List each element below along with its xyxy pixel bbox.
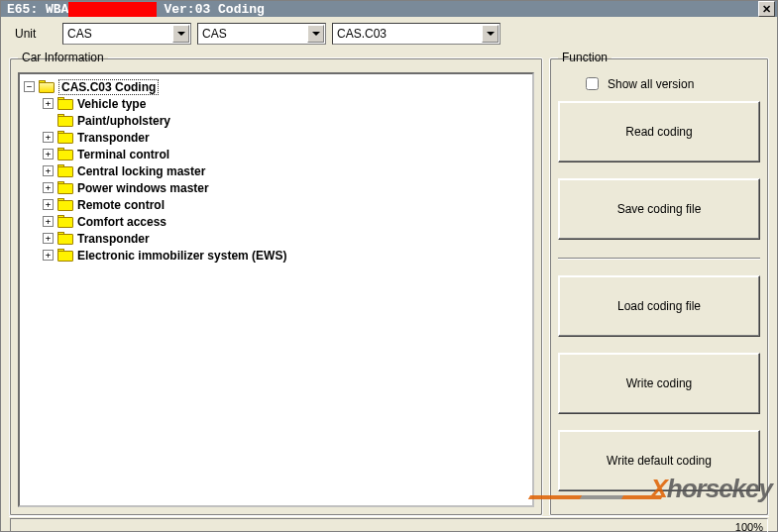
tree-root[interactable]: − CAS.C03 Coding	[24, 78, 530, 95]
folder-icon	[57, 232, 73, 245]
expand-icon[interactable]: +	[43, 233, 54, 244]
expand-icon[interactable]: +	[43, 132, 54, 143]
function-group: Function Show all version Read coding Sa…	[549, 51, 769, 516]
expand-icon[interactable]: +	[43, 98, 54, 109]
tree-item[interactable]: +Vehicle type	[43, 95, 530, 112]
save-coding-file-button[interactable]: Save coding file	[558, 178, 760, 240]
show-all-label: Show all version	[608, 77, 694, 91]
progress-cell: 100%	[10, 518, 768, 532]
button-label: Write coding	[626, 376, 692, 390]
folder-icon	[57, 198, 73, 211]
tree-item-label: Transponder	[77, 232, 150, 246]
expand-icon[interactable]: +	[43, 199, 54, 210]
tree-item-label: Electronic immobilizer system (EWS)	[77, 249, 286, 263]
tree-item[interactable]: +Central locking master	[43, 162, 530, 179]
tree-item[interactable]: +Transponder	[43, 129, 530, 146]
title-suffix: Ver:03 Coding	[157, 2, 265, 17]
collapse-icon[interactable]: −	[24, 81, 35, 92]
title-prefix: E65: WBA	[7, 2, 68, 17]
title-bar: E65: WBA█████████ Ver:03 Coding ✕	[1, 1, 777, 17]
button-label: Read coding	[625, 125, 692, 139]
expand-icon[interactable]: +	[43, 182, 54, 193]
unit-combo-3[interactable]: CAS.C03	[332, 23, 500, 45]
unit-combo-2-value: CAS	[202, 27, 227, 41]
unit-label: Unit	[9, 27, 56, 41]
tree-item-label: Vehicle type	[77, 97, 146, 111]
tree-item-label: Central locking master	[77, 164, 205, 178]
function-legend: Function	[558, 51, 611, 64]
folder-icon	[57, 131, 73, 144]
app-window: E65: WBA█████████ Ver:03 Coding ✕ Unit C…	[0, 0, 778, 532]
folder-open-icon	[39, 80, 55, 93]
tree-item[interactable]: +Power windows master	[43, 179, 530, 196]
separator	[558, 258, 760, 260]
tree-root-label: CAS.C03 Coding	[58, 79, 159, 95]
tree-item[interactable]: +Transponder	[43, 230, 530, 247]
expand-icon[interactable]: +	[43, 216, 54, 227]
tree: − CAS.C03 Coding +Vehicle typePaint/upho…	[22, 78, 530, 264]
unit-combo-1-value: CAS	[67, 27, 92, 41]
show-all-checkbox[interactable]	[586, 77, 599, 90]
tree-view[interactable]: − CAS.C03 Coding +Vehicle typePaint/upho…	[18, 72, 534, 507]
expand-icon[interactable]: +	[43, 250, 54, 261]
read-coding-button[interactable]: Read coding	[558, 101, 760, 162]
car-information-legend: Car Information	[18, 51, 108, 64]
button-label: Save coding file	[617, 202, 702, 216]
tree-item[interactable]: +Electronic immobilizer system (EWS)	[43, 247, 530, 264]
folder-icon	[57, 215, 73, 228]
chevron-down-icon	[307, 25, 324, 43]
main-row: Car Information − CAS.C03 Coding +Vehicl…	[9, 51, 769, 516]
button-label: Write default coding	[607, 454, 712, 468]
expand-icon[interactable]: +	[43, 165, 54, 176]
content-area: Unit CAS CAS CAS.C03 Car Information	[1, 17, 777, 532]
folder-icon	[57, 164, 73, 177]
window-title: E65: WBA█████████ Ver:03 Coding	[7, 2, 758, 17]
load-coding-file-button[interactable]: Load coding file	[558, 275, 760, 337]
tree-item-label: Transponder	[77, 131, 150, 145]
folder-icon	[57, 97, 73, 110]
folder-icon	[57, 181, 73, 194]
write-coding-button[interactable]: Write coding	[558, 353, 760, 414]
button-label: Load coding file	[617, 299, 701, 313]
tree-item[interactable]: +Terminal control	[43, 146, 530, 162]
progress-text: 100%	[735, 521, 763, 533]
tree-item-label: Remote control	[77, 198, 165, 212]
unit-combo-2[interactable]: CAS	[197, 23, 326, 45]
tree-item-label: Terminal control	[77, 148, 169, 161]
write-default-coding-button[interactable]: Write default coding	[558, 430, 760, 491]
title-redacted: █████████	[68, 2, 156, 17]
unit-row: Unit CAS CAS CAS.C03	[9, 23, 769, 45]
unit-combo-1[interactable]: CAS	[62, 23, 191, 45]
tree-item[interactable]: +Comfort access	[43, 213, 530, 230]
unit-combo-3-value: CAS.C03	[337, 27, 387, 41]
folder-icon	[57, 114, 73, 127]
car-information-group: Car Information − CAS.C03 Coding +Vehicl…	[9, 51, 543, 516]
status-bar: 100%	[9, 516, 769, 532]
expand-spacer	[43, 115, 54, 126]
tree-item[interactable]: Paint/upholstery	[43, 112, 530, 129]
folder-icon	[57, 148, 73, 160]
close-button[interactable]: ✕	[758, 1, 775, 17]
tree-item-label: Comfort access	[77, 215, 167, 229]
show-all-row: Show all version	[582, 74, 760, 93]
tree-item[interactable]: +Remote control	[43, 196, 530, 213]
folder-icon	[57, 249, 73, 262]
chevron-down-icon	[172, 25, 189, 43]
tree-item-label: Power windows master	[77, 181, 209, 195]
expand-icon[interactable]: +	[43, 149, 54, 160]
chevron-down-icon	[482, 25, 499, 43]
tree-item-label: Paint/upholstery	[77, 114, 170, 128]
